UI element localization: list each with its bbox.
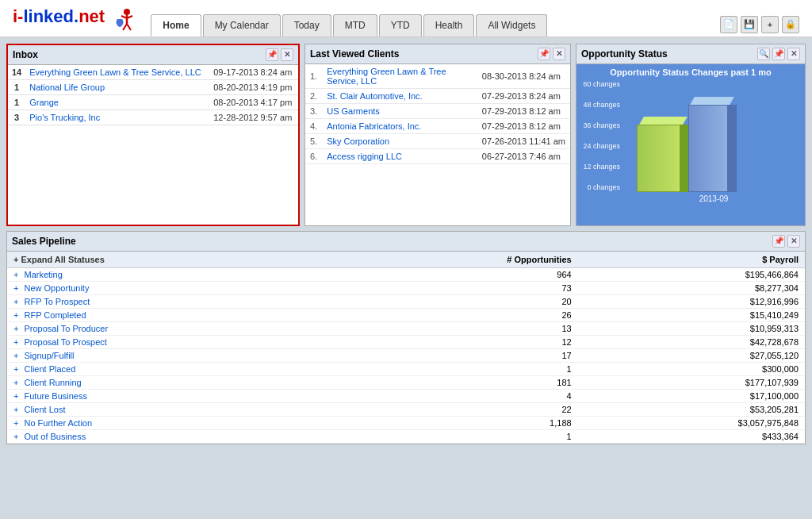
sales-expand-icon[interactable]: +	[13, 283, 18, 293]
sales-header: Sales Pipeline 📌 ✕	[7, 232, 805, 252]
sales-row-label: + Proposal To Producer	[7, 321, 339, 335]
sales-expand-icon[interactable]: +	[13, 405, 18, 414]
inbox-row: 1 Grange 08-20-2013 4:17 pm	[8, 94, 298, 110]
sales-pin-icon[interactable]: 📌	[772, 235, 785, 248]
sales-row-payroll: $195,466,864	[578, 267, 805, 281]
sales-row-link[interactable]: Client Placed	[25, 364, 76, 374]
main: Inbox 📌 ✕ 14 Everything Green Lawn & Tre…	[0, 37, 812, 515]
tab-all-widgets[interactable]: All Widgets	[476, 14, 547, 37]
sales-row-link[interactable]: Signup/Fulfill	[25, 351, 75, 360]
sales-row-link[interactable]: Marketing	[25, 270, 63, 279]
chart-y-labels: 60 changes 48 changes 36 changes 24 chan…	[583, 80, 622, 191]
oppstatus-header: Opportunity Status 🔍 📌 ✕	[576, 44, 805, 64]
sales-row-link[interactable]: RFP Completed	[25, 310, 86, 320]
inbox-count: 1	[8, 79, 25, 94]
sales-expand-icon[interactable]: +	[13, 418, 18, 428]
sales-row-label: + Future Business	[7, 389, 339, 402]
chart-bar-main	[637, 125, 680, 192]
inbox-name-link[interactable]: National Life Group	[29, 83, 105, 92]
inbox-name-link[interactable]: Everything Green Lawn & Tree Service, LL…	[29, 67, 201, 77]
inbox-title: Inbox	[13, 49, 261, 60]
sales-expand-icon[interactable]: +	[13, 337, 18, 347]
tab-my-calendar[interactable]: My Calendar	[203, 14, 281, 37]
inbox-pin-icon[interactable]: 📌	[266, 48, 278, 61]
tab-mtd[interactable]: MTD	[333, 14, 377, 37]
inbox-name-link[interactable]: Grange	[29, 98, 59, 107]
y-label-4: 36 changes	[583, 121, 620, 129]
sales-row-link[interactable]: Proposal To Producer	[25, 324, 109, 333]
header-save-icon[interactable]: 💾	[741, 16, 758, 33]
oppstatus-pin-icon[interactable]: 📌	[772, 48, 785, 60]
lv-name-link[interactable]: St. Clair Automotive, Inc.	[327, 91, 422, 101]
sales-row-count: 20	[339, 294, 577, 308]
sales-expand-icon[interactable]: +	[13, 378, 18, 387]
header-copy-icon[interactable]: 📄	[720, 16, 737, 33]
sales-row-link[interactable]: Out of Business	[25, 432, 86, 441]
sales-expand-icon[interactable]: +	[13, 297, 18, 306]
chart-x-label: 2013-09	[629, 194, 799, 203]
sales-row-link[interactable]: RFP To Prospect	[25, 297, 90, 306]
oppstatus-search-icon[interactable]: 🔍	[757, 48, 770, 60]
tab-ytd[interactable]: YTD	[379, 14, 422, 37]
y-label-1: 0 changes	[583, 183, 620, 191]
chart-title: Opportunity Status Changes past 1 mo	[580, 67, 802, 77]
sales-row-payroll: $177,107,939	[578, 375, 805, 389]
logo-linked: linked	[23, 6, 74, 26]
lastviewed-pin-icon[interactable]: 📌	[538, 48, 550, 60]
sales-expand-icon[interactable]: +	[13, 364, 18, 374]
sales-row-link[interactable]: Client Running	[25, 378, 82, 387]
inbox-table: 14 Everything Green Lawn & Tree Service,…	[8, 65, 298, 125]
sales-row: + Out of Business 1 $433,364	[7, 429, 805, 443]
header-add-icon[interactable]: +	[761, 16, 779, 33]
nav-tabs: Home My Calendar Today MTD YTD Health Al…	[151, 14, 547, 37]
lv-num: 5.	[305, 133, 322, 148]
lastviewed-close-icon[interactable]: ✕	[553, 48, 565, 60]
sales-expand-icon[interactable]: +	[13, 432, 18, 441]
sales-row-count: 17	[339, 348, 577, 362]
sales-row: + Client Lost 22 $53,205,281	[7, 402, 805, 416]
sales-expand-icon[interactable]: +	[13, 270, 18, 279]
lv-name-link[interactable]: Access rigging LLC	[327, 152, 402, 161]
y-label-5: 48 changes	[583, 101, 620, 109]
sales-expand-icon[interactable]: +	[13, 310, 18, 320]
sales-row-payroll: $8,277,304	[578, 281, 805, 294]
sales-col1-header: + Expand All Statuses	[7, 252, 339, 268]
sales-row-link[interactable]: New Opportunity	[25, 283, 90, 293]
inbox-close-icon[interactable]: ✕	[281, 48, 293, 61]
tab-health[interactable]: Health	[423, 14, 475, 37]
sales-row-link[interactable]: Client Lost	[25, 405, 66, 414]
sales-row: + Client Running 181 $177,107,939	[7, 375, 805, 389]
sales-row-label: + Client Running	[7, 375, 339, 389]
sales-expand-icon[interactable]: +	[13, 351, 18, 360]
lv-name-link[interactable]: Antonia Fabricators, Inc.	[327, 121, 421, 131]
lv-name-link[interactable]: US Garments	[327, 106, 380, 116]
sales-row-payroll: $3,057,975,848	[578, 416, 805, 429]
sales-row-label: + Proposal To Prospect	[7, 335, 339, 348]
sales-row: + Signup/Fulfill 17 $27,055,120	[7, 348, 805, 362]
sales-expand-icon[interactable]: +	[13, 324, 18, 333]
sales-row-payroll: $27,055,120	[578, 348, 805, 362]
lastviewed-row: 2. St. Clair Automotive, Inc. 07-29-2013…	[305, 88, 570, 103]
sales-row-count: 181	[339, 375, 577, 389]
expand-all-label: + Expand All Statuses	[13, 255, 105, 264]
sales-row: + Future Business 4 $17,100,000	[7, 389, 805, 402]
oppstatus-close-icon[interactable]: ✕	[787, 48, 800, 60]
sales-row-link[interactable]: No Further Action	[25, 418, 93, 428]
sales-row-link[interactable]: Proposal To Prospect	[25, 337, 107, 347]
tab-today[interactable]: Today	[282, 14, 331, 37]
chart-bar-top	[639, 117, 688, 125]
lv-name-link[interactable]: Sky Corporation	[327, 136, 389, 146]
sales-close-icon[interactable]: ✕	[787, 235, 800, 248]
tab-home[interactable]: Home	[151, 14, 201, 37]
sales-row-link[interactable]: Future Business	[25, 391, 87, 401]
chart-bar-side2	[728, 105, 737, 192]
inbox-row: 14 Everything Green Lawn & Tree Service,…	[8, 65, 298, 80]
inbox-name-link[interactable]: Pio's Trucking, Inc	[29, 113, 100, 122]
sales-expand-icon[interactable]: +	[13, 391, 18, 401]
lastviewed-row: 3. US Garments 07-29-2013 8:12 am	[305, 103, 570, 118]
sales-table-body: + Marketing 964 $195,466,864 + New Oppor…	[7, 267, 805, 443]
header-lock-icon[interactable]: 🔒	[782, 16, 799, 33]
lv-date: 06-27-2013 7:46 am	[477, 148, 570, 163]
lv-name-link[interactable]: Everything Green Lawn & Tree Service, LL…	[327, 67, 446, 86]
inbox-header: Inbox 📌 ✕	[8, 45, 298, 65]
